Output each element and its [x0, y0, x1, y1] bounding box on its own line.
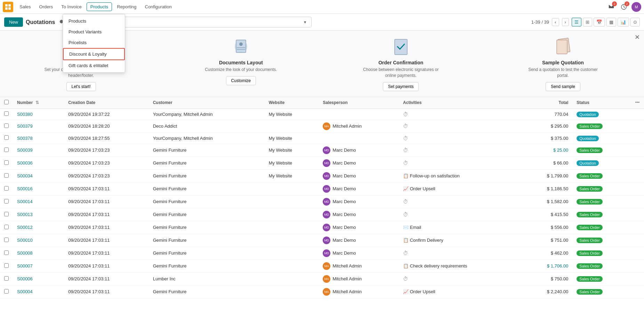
order-number-link[interactable]: S00004: [17, 289, 33, 294]
user-avatar[interactable]: M: [631, 2, 641, 12]
nav-reporting[interactable]: Reporting: [113, 3, 140, 11]
row-customer: Gemini Furniture: [149, 169, 265, 182]
quotations-table: Number ⇅ Creation Date Customer Website …: [0, 97, 644, 298]
order-number-link[interactable]: S00008: [17, 250, 33, 256]
order-number-link[interactable]: S00010: [17, 238, 33, 243]
select-all-checkbox[interactable]: [4, 100, 9, 104]
clock-icon[interactable]: ⏱: [403, 111, 408, 117]
order-number-link[interactable]: S00380: [17, 112, 33, 117]
setup-close-button[interactable]: ✕: [635, 33, 640, 41]
set-payments-button[interactable]: Set payments: [383, 82, 419, 91]
activities-icon-btn[interactable]: 2: [619, 2, 629, 12]
order-number-link[interactable]: S00379: [17, 123, 33, 129]
nav-sales[interactable]: Sales: [16, 3, 34, 11]
nav-products[interactable]: Products: [87, 2, 112, 11]
order-number-link[interactable]: S00036: [17, 160, 33, 166]
sample-quotation-title: Sample Quotation: [542, 60, 584, 65]
col-website[interactable]: Website: [265, 97, 319, 109]
row-options: [631, 259, 644, 272]
row-checkbox-4[interactable]: [4, 160, 9, 165]
order-number-link[interactable]: S00016: [17, 186, 33, 191]
salesperson-avatar: MA: [323, 275, 330, 283]
order-number-link[interactable]: S00378: [17, 136, 33, 141]
menu-item-pricelists[interactable]: Pricelists: [63, 37, 125, 48]
grid-view-button[interactable]: ▦: [606, 18, 616, 26]
row-date: 09/20/2024 19:37:22: [64, 109, 148, 120]
order-number-link[interactable]: S00039: [17, 147, 33, 153]
col-number[interactable]: Number ⇅: [13, 97, 64, 109]
col-customer[interactable]: Customer: [149, 97, 265, 109]
setup-step-documents: Documents Layout Customize the look of y…: [205, 36, 277, 85]
row-checkbox-12[interactable]: [4, 263, 9, 268]
view-toggle-group: ☰ ⊞ 📅 ▦ 📊 ⊙: [572, 18, 640, 26]
clock-icon[interactable]: ⏱: [403, 250, 408, 256]
kanban-view-button[interactable]: ⊞: [583, 18, 592, 26]
customize-button[interactable]: Customize: [226, 76, 256, 85]
row-status: Sales Order: [572, 285, 631, 298]
row-checkbox-3[interactable]: [4, 147, 9, 152]
list-view-button[interactable]: ☰: [572, 18, 581, 26]
chart-view-button[interactable]: 📊: [618, 18, 629, 26]
row-activities: 📈 Order Upsell: [399, 182, 522, 195]
next-page-button[interactable]: ›: [562, 18, 569, 26]
row-checkbox-8[interactable]: [4, 212, 9, 216]
row-checkbox-10[interactable]: [4, 238, 9, 242]
row-customer: Gemini Furniture: [149, 234, 265, 247]
nav-orders[interactable]: Orders: [36, 3, 57, 11]
row-checkbox-11[interactable]: [4, 250, 9, 255]
prev-page-button[interactable]: ‹: [552, 18, 559, 26]
row-checkbox-7[interactable]: [4, 199, 9, 203]
clock-icon[interactable]: ⏱: [403, 276, 408, 282]
row-checkbox-9[interactable]: [4, 225, 9, 229]
col-total[interactable]: Total: [522, 97, 572, 109]
row-checkbox-5[interactable]: [4, 173, 9, 178]
order-number-link[interactable]: S00013: [17, 212, 33, 217]
clock-icon[interactable]: ⏱: [403, 135, 408, 141]
messages-icon-btn[interactable]: 2: [606, 2, 616, 12]
lets-start-button[interactable]: Let's start!: [66, 82, 96, 91]
clock-icon[interactable]: ⏱: [403, 211, 408, 217]
row-checkbox-6[interactable]: [4, 186, 9, 191]
col-creation-date[interactable]: Creation Date: [64, 97, 148, 109]
col-salesperson[interactable]: Salesperson: [319, 97, 399, 109]
row-checkbox-13[interactable]: [4, 276, 9, 281]
row-activities: 📋 Confirm Delivery: [399, 234, 522, 247]
row-checkbox-2[interactable]: [4, 135, 9, 140]
row-options: [631, 144, 644, 157]
menu-item-discount-loyalty[interactable]: Discount & Loyalty: [63, 48, 125, 60]
clock-icon[interactable]: ⏱: [403, 123, 408, 129]
select-all-header[interactable]: [0, 97, 13, 109]
menu-item-product-variants[interactable]: Product Variants: [63, 26, 125, 37]
nav-configuration[interactable]: Configuration: [142, 3, 175, 11]
activity-view-button[interactable]: ⊙: [630, 18, 640, 26]
row-checkbox-14[interactable]: [4, 289, 9, 294]
order-number-link[interactable]: S00012: [17, 225, 33, 230]
col-activities[interactable]: Activities: [399, 97, 522, 109]
menu-item-gift-cards[interactable]: Gift cards & eWallet: [63, 60, 125, 71]
order-number-link[interactable]: S00034: [17, 173, 33, 178]
row-total: $ 375.00: [522, 133, 572, 144]
clock-icon[interactable]: ⏱: [403, 160, 408, 166]
order-confirmation-icon: [389, 36, 413, 57]
row-checkbox-1[interactable]: [4, 123, 9, 128]
clock-icon[interactable]: ⏱: [403, 199, 408, 205]
clock-icon[interactable]: ⏱: [403, 147, 408, 153]
col-status[interactable]: Status: [572, 97, 631, 109]
order-number-link[interactable]: S00007: [17, 263, 33, 269]
activity-label: 📈 Order Upsell: [403, 289, 435, 294]
row-checkbox-0[interactable]: [4, 111, 9, 116]
messages-badge: 2: [612, 1, 617, 6]
calendar-view-button[interactable]: 📅: [594, 18, 605, 26]
order-number-link[interactable]: S00006: [17, 276, 33, 281]
table-row: S0001609/20/2024 17:03:11Gemini Furnitur…: [0, 182, 644, 195]
order-number-link[interactable]: S00014: [17, 199, 33, 204]
send-sample-button[interactable]: Send sample: [546, 82, 580, 91]
new-button[interactable]: New: [4, 17, 23, 27]
menu-item-products[interactable]: Products: [63, 16, 125, 26]
nav-to-invoice[interactable]: To Invoice: [58, 3, 85, 11]
col-options[interactable]: [631, 97, 644, 109]
row-website: [265, 234, 319, 247]
app-logo[interactable]: [3, 2, 13, 12]
row-salesperson: [319, 133, 399, 144]
search-dropdown-button[interactable]: ▾: [303, 19, 308, 25]
